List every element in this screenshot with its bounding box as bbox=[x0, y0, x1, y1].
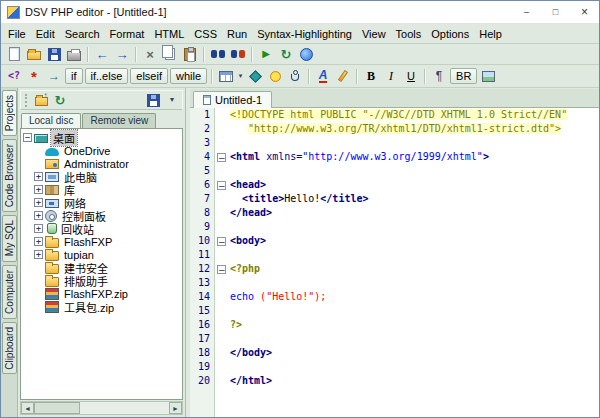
anchor-button[interactable] bbox=[285, 67, 305, 85]
tree-item-row-11[interactable]: 排版助手 bbox=[21, 274, 182, 287]
sidebar-tab-label: Clipboard bbox=[4, 323, 15, 374]
highlight-pen-button[interactable] bbox=[333, 67, 353, 85]
copy-button[interactable] bbox=[160, 45, 180, 63]
expand-plus-icon[interactable]: + bbox=[34, 211, 43, 220]
sidebar-tab-code-browser[interactable]: Code Browser bbox=[2, 139, 17, 212]
panel-tabs: Local discRemote view bbox=[20, 111, 183, 128]
fold-collapse-icon[interactable]: − bbox=[217, 265, 226, 274]
paragraph-button[interactable]: ¶ bbox=[429, 67, 449, 85]
tree-item-row-3[interactable]: +此电脑 bbox=[21, 170, 182, 183]
scroll-right-button[interactable]: ► bbox=[169, 402, 182, 414]
italic-button[interactable]: I bbox=[381, 67, 401, 85]
undo-button[interactable]: ← bbox=[92, 45, 112, 63]
fold-collapse-icon[interactable]: − bbox=[217, 181, 226, 190]
save-view-button[interactable] bbox=[144, 92, 162, 108]
maximize-button[interactable]: □ bbox=[541, 1, 570, 23]
panel-toolbar-grip[interactable] bbox=[25, 94, 28, 107]
menu-item-tools[interactable]: Tools bbox=[391, 26, 427, 42]
expand-plus-icon[interactable]: + bbox=[34, 185, 43, 194]
computer-icon bbox=[45, 172, 59, 182]
menu-item-options[interactable]: Options bbox=[426, 26, 474, 42]
print-icon bbox=[67, 51, 81, 61]
expand-plus-icon[interactable]: + bbox=[34, 198, 43, 207]
redo-button[interactable]: → bbox=[112, 45, 132, 63]
tree-item-row-0[interactable]: −桌面 bbox=[21, 131, 182, 144]
scrollbar-track[interactable] bbox=[80, 402, 169, 414]
menu-item-help[interactable]: Help bbox=[474, 26, 507, 42]
line-break-button[interactable]: BR bbox=[450, 68, 477, 84]
menu-item-css[interactable]: CSS bbox=[189, 26, 222, 42]
snippet-elseif-button[interactable]: elseif bbox=[130, 68, 168, 84]
snippet-if-button[interactable]: if bbox=[65, 68, 83, 84]
menu-item-file[interactable]: File bbox=[3, 26, 31, 42]
refresh-view-button[interactable]: ↻ bbox=[51, 92, 69, 108]
insert-php-comment-button[interactable]: * bbox=[24, 67, 44, 85]
token-tag: <title> bbox=[242, 193, 284, 204]
insert-table-button[interactable] bbox=[216, 67, 236, 85]
paste-button[interactable] bbox=[180, 45, 200, 63]
insert-php-tags-button[interactable]: <? bbox=[4, 67, 24, 85]
sidebar-tab-computer[interactable]: Computer bbox=[2, 265, 17, 319]
menu-item-html[interactable]: HTML bbox=[149, 26, 189, 42]
insert-echo-button[interactable]: → bbox=[44, 67, 64, 85]
globe-button[interactable] bbox=[296, 45, 316, 63]
expand-plus-icon[interactable]: + bbox=[34, 237, 43, 246]
refresh-button[interactable]: ↻ bbox=[276, 45, 296, 63]
editor-tab-untitled-1[interactable]: Untitled-1 bbox=[193, 91, 272, 108]
menu-item-edit[interactable]: Edit bbox=[31, 26, 60, 42]
save-button[interactable] bbox=[44, 45, 64, 63]
font-color-button[interactable]: A bbox=[313, 67, 333, 85]
fold-collapse-icon[interactable]: − bbox=[217, 237, 226, 246]
find-button[interactable] bbox=[208, 45, 228, 63]
menu-item-syntax-highlighting[interactable]: Syntax-Highlighting bbox=[252, 26, 357, 42]
underline-button[interactable]: U bbox=[401, 67, 421, 85]
insert-table-dropdown-button[interactable]: ▾ bbox=[236, 67, 245, 85]
menu-item-view[interactable]: View bbox=[357, 26, 391, 42]
sidebar-tab-clipboard[interactable]: Clipboard bbox=[2, 322, 17, 375]
scrollbar-thumb[interactable] bbox=[34, 402, 80, 414]
up-one-level-button[interactable] bbox=[32, 92, 50, 108]
menu-item-search[interactable]: Search bbox=[60, 26, 105, 42]
code-line: 9 bbox=[190, 220, 599, 234]
line-number: 12 bbox=[190, 262, 215, 276]
expand-plus-icon[interactable]: + bbox=[34, 224, 43, 233]
tree-item-row-6[interactable]: +控制面板 bbox=[21, 209, 182, 222]
run-in-browser-button[interactable]: ▶ bbox=[256, 45, 276, 63]
menu-item-run[interactable]: Run bbox=[222, 26, 252, 42]
tree-item-row-4[interactable]: +库 bbox=[21, 183, 182, 196]
panel-tab-local-disc[interactable]: Local disc bbox=[21, 113, 81, 128]
minimize-button[interactable]: – bbox=[512, 1, 541, 23]
snippet-while-button[interactable]: while bbox=[170, 68, 207, 84]
close-button[interactable]: × bbox=[570, 1, 599, 23]
sun-button[interactable] bbox=[265, 67, 285, 85]
code-line: 1<!DOCTYPE html PUBLIC "-//W3C//DTD XHTM… bbox=[190, 108, 599, 122]
token-attr: xmlns= bbox=[266, 151, 302, 162]
expand-plus-icon[interactable]: + bbox=[34, 250, 43, 259]
bold-button[interactable]: B bbox=[361, 67, 381, 85]
code-editor[interactable]: 1<!DOCTYPE html PUBLIC "-//W3C//DTD XHTM… bbox=[190, 108, 599, 417]
panel-tab-remote-view[interactable]: Remote view bbox=[82, 113, 156, 128]
refresh-icon: ↻ bbox=[281, 48, 292, 61]
expand-plus-icon[interactable]: + bbox=[34, 172, 43, 181]
cut-button[interactable]: × bbox=[140, 45, 160, 63]
tree-item-zip[interactable]: 工具包.zip bbox=[21, 300, 182, 313]
sidebar-tab-projects[interactable]: Projects bbox=[2, 90, 17, 136]
new-file-button[interactable] bbox=[4, 45, 24, 63]
tree-item-flashfxp[interactable]: +FlashFXP bbox=[21, 235, 182, 248]
undo-icon: ← bbox=[96, 48, 109, 61]
sidebar-tab-my-sql[interactable]: My SQL bbox=[2, 215, 17, 261]
tree-item-administrator[interactable]: Administrator bbox=[21, 157, 182, 170]
fill-color-button[interactable] bbox=[245, 67, 265, 85]
views-dropdown-button[interactable]: ▾ bbox=[163, 92, 181, 108]
menu-item-format[interactable]: Format bbox=[105, 26, 150, 42]
collapse-minus-icon[interactable]: − bbox=[23, 133, 32, 142]
insert-image-button[interactable] bbox=[478, 67, 498, 85]
find-next-button[interactable] bbox=[228, 45, 248, 63]
print-button[interactable] bbox=[64, 45, 84, 63]
tree-item-onedrive[interactable]: OneDrive bbox=[21, 144, 182, 157]
scroll-left-button[interactable]: ◄ bbox=[21, 402, 34, 414]
tree-item-row-7[interactable]: +回收站 bbox=[21, 222, 182, 235]
open-file-button[interactable] bbox=[24, 45, 44, 63]
snippet-if-else-button[interactable]: if..else bbox=[85, 68, 129, 84]
fold-collapse-icon[interactable]: − bbox=[217, 153, 226, 162]
